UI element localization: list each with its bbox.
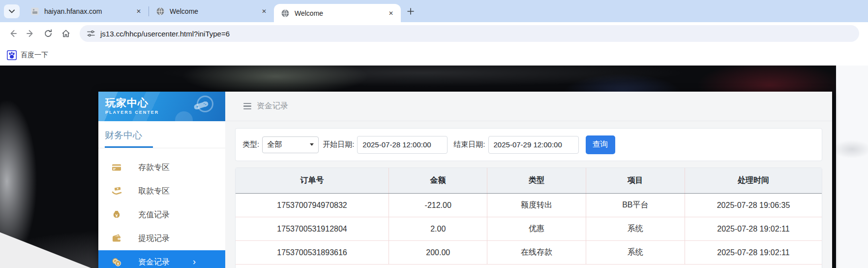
players-center-title: 玩家中心: [105, 96, 225, 110]
start-date-input[interactable]: [357, 136, 448, 154]
hand-money-icon: [112, 186, 122, 196]
tab-title: haiyan.hfanax.com: [44, 7, 134, 15]
wallet-icon: [112, 234, 121, 243]
funds-table: 订单号 金额 类型 项目 处理时间 1753700794970832 -212.…: [235, 168, 822, 268]
sidebar-item-deposit-zone[interactable]: 存款专区: [98, 156, 225, 179]
start-date-label: 开始日期:: [323, 140, 354, 149]
players-center-subtitle: PLAYERS CENTER: [105, 110, 225, 115]
sidebar-menu: 存款专区 取款专区: [98, 156, 225, 268]
cell-project: BB平台: [586, 194, 685, 217]
banner-bubble-decor: [175, 111, 193, 121]
table-row-partial: [236, 265, 822, 268]
user-center-panel: 玩家中心 PLAYERS CENTER 财务中心: [98, 92, 832, 268]
cell-type: 优惠: [487, 217, 585, 240]
cell-time: 2025-07-28 19:02:11: [685, 217, 822, 240]
new-tab-button[interactable]: [404, 4, 418, 18]
bank-card-icon: [112, 163, 121, 172]
end-date-label: 结束日期:: [453, 140, 485, 149]
cell-time: 2025-07-28 19:06:35: [685, 194, 822, 217]
page-viewport: 玩家中心 PLAYERS CENTER 财务中心: [0, 66, 868, 268]
sidebar-item-funds-records[interactable]: 资金记录 ›: [98, 250, 225, 268]
sidebar-item-label: 存款专区: [138, 163, 170, 173]
gamepad-icon: [193, 100, 209, 111]
cell-type: 额度转出: [487, 194, 585, 217]
chevron-down-icon: [9, 9, 15, 13]
baidu-paw-icon: [7, 50, 17, 60]
cell-project: 系统: [586, 217, 685, 240]
reload-icon: [43, 29, 53, 38]
cell-order-no: 1753700794970832: [236, 194, 389, 217]
section-title: 财务中心: [105, 129, 225, 142]
reload-button[interactable]: [39, 25, 57, 42]
cell-amount: -212.00: [389, 194, 487, 217]
chevron-right-icon: ›: [193, 257, 196, 267]
table-header-row: 订单号 金额 类型 项目 处理时间: [236, 168, 822, 194]
sidebar: 玩家中心 PLAYERS CENTER 财务中心: [98, 92, 225, 268]
end-date-input[interactable]: [488, 136, 579, 154]
globe-favicon-icon: [281, 9, 290, 18]
cell-amount: 2.00: [389, 217, 487, 240]
tab-close-icon[interactable]: ✕: [386, 8, 396, 18]
home-button[interactable]: [57, 25, 75, 42]
tab-haiyan[interactable]: haiyan.hfanax.com ✕: [24, 0, 149, 22]
sidebar-item-label: 充值记录: [138, 210, 170, 220]
banner-circle-decor: [197, 96, 213, 112]
sidebar-item-withdrawal-records[interactable]: 提现记录: [98, 227, 225, 250]
home-icon: [61, 29, 71, 38]
page-favicon-icon: [30, 7, 39, 16]
coins-icon: [112, 257, 121, 267]
cell-project: 系统: [586, 241, 685, 264]
money-bag-icon: [112, 210, 121, 220]
cell-amount: 200.00: [389, 241, 487, 264]
table-row: 1753700794970832 -212.00 额度转出 BB平台 2025-…: [236, 194, 822, 217]
column-header: 类型: [487, 168, 585, 193]
tab-title: Welcome: [170, 7, 259, 15]
main-content: 资金记录 类型: 全部 开始日期: 结束日期: 查询 订单号: [225, 92, 832, 268]
sidebar-section: 财务中心: [98, 121, 225, 148]
url-text: js13.cc/hhcp/usercenter.html?iniType=6: [100, 30, 230, 38]
column-header: 订单号: [236, 168, 389, 193]
column-header: 金额: [389, 168, 487, 193]
section-underline: [105, 146, 153, 148]
type-label: 类型:: [242, 140, 259, 149]
sidebar-item-recharge-records[interactable]: 充值记录: [98, 203, 225, 227]
globe-favicon-icon: [156, 7, 165, 16]
forward-arrow-icon: [26, 29, 35, 38]
bookmark-label: 百度一下: [21, 51, 48, 60]
cell-time: 2025-07-28 19:02:11: [685, 241, 822, 264]
browser-toolbar: js13.cc/hhcp/usercenter.html?iniType=6: [0, 22, 868, 45]
browser-window: haiyan.hfanax.com ✕ Welcome ✕ Welcome ✕: [0, 0, 868, 268]
type-select[interactable]: 全部: [262, 136, 319, 153]
cell-type: 在线存款: [487, 241, 585, 264]
bookmarks-bar: 百度一下: [0, 45, 868, 66]
tab-title: Welcome: [295, 9, 386, 17]
sidebar-item-label: 提现记录: [138, 234, 170, 244]
tab-close-icon[interactable]: ✕: [259, 6, 269, 16]
tab-welcome-1[interactable]: Welcome ✕: [149, 0, 274, 22]
tab-search-button[interactable]: [4, 4, 20, 18]
site-settings-icon: [87, 29, 95, 38]
search-button[interactable]: 查询: [586, 135, 615, 154]
sidebar-item-withdraw-zone[interactable]: 取款专区: [98, 179, 225, 203]
tab-close-icon[interactable]: ✕: [134, 6, 144, 16]
players-center-banner: 玩家中心 PLAYERS CENTER: [98, 92, 225, 121]
address-bar[interactable]: js13.cc/hhcp/usercenter.html?iniType=6: [80, 25, 859, 42]
bookmark-baidu[interactable]: 百度一下: [7, 50, 48, 60]
table-row: 1753700531893616 200.00 在线存款 系统 2025-07-…: [236, 241, 822, 265]
sidebar-item-label: 取款专区: [138, 186, 170, 197]
cell-order-no: 1753700531912804: [236, 217, 389, 240]
tab-welcome-2-active[interactable]: Welcome ✕: [274, 4, 401, 22]
column-header: 项目: [586, 168, 685, 193]
scrollbar-strip[interactable]: [836, 66, 868, 268]
table-row: 1753700531912804 2.00 优惠 系统 2025-07-28 1…: [236, 217, 822, 241]
cell-order-no: 1753700531893616: [236, 241, 389, 264]
content-header: 资金记录: [225, 92, 832, 121]
back-button[interactable]: [4, 25, 22, 42]
back-arrow-icon: [8, 29, 18, 38]
menu-toggle-icon[interactable]: [243, 103, 251, 110]
forward-button[interactable]: [22, 25, 39, 42]
page-title: 资金记录: [257, 101, 288, 111]
sidebar-item-label: 资金记录: [138, 257, 170, 268]
select-caret-icon: [310, 143, 314, 146]
tab-strip: haiyan.hfanax.com ✕ Welcome ✕ Welcome ✕: [0, 0, 868, 22]
